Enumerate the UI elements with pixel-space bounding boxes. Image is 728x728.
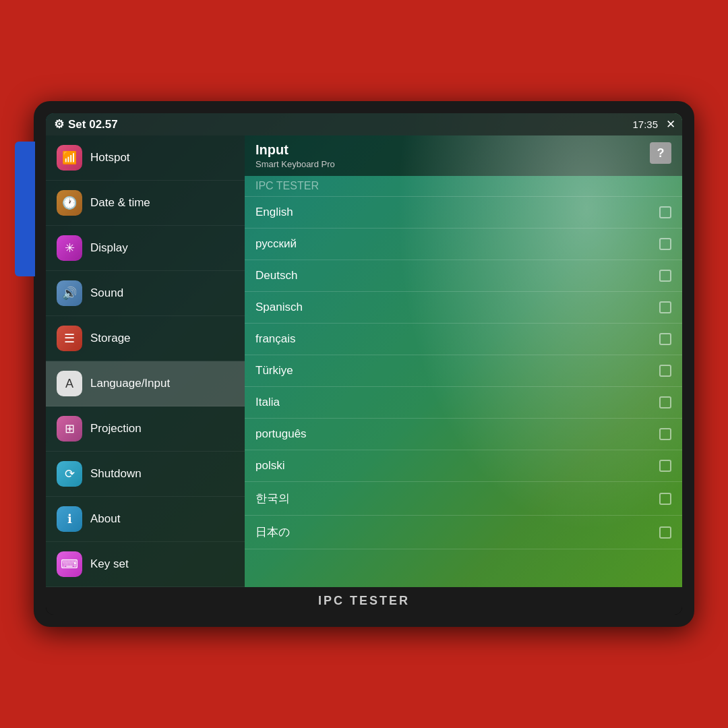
lang-checkbox[interactable]	[659, 526, 671, 539]
language-list: IPC TESTER EnglishрусскийDeutschSpanisch…	[245, 176, 682, 587]
lang-name: polski	[255, 459, 284, 473]
lang-item[interactable]: 日本の	[245, 516, 682, 549]
lang-checkbox[interactable]	[659, 206, 671, 218]
lang-item-partial: IPC TESTER	[245, 176, 682, 197]
lang-name: 日本の	[255, 524, 290, 540]
language-icon: A	[57, 371, 82, 396]
device-frame: ⚙ Set 02.57 17:35 ✕ 📶Hotspot🕐Date & time…	[34, 101, 694, 627]
hotspot-icon: 📶	[57, 145, 82, 171]
lang-name: русский	[255, 237, 297, 251]
sound-icon: 🔊	[57, 280, 82, 306]
lang-item[interactable]: English	[245, 197, 682, 229]
sidebar-item-datetime[interactable]: 🕐Date & time	[46, 181, 245, 226]
lang-name: Deutsch	[255, 269, 297, 282]
shutdown-icon: ⟳	[57, 461, 82, 487]
sidebar-item-sound[interactable]: 🔊Sound	[46, 271, 245, 316]
lang-item[interactable]: Türkiye	[245, 355, 682, 387]
blue-handle	[15, 142, 35, 276]
header-version: Set 02.57	[68, 118, 118, 131]
header-title: ⚙ Set 02.57	[54, 117, 118, 131]
panel-title: Input	[255, 142, 335, 158]
sidebar-label-display: Display	[90, 241, 128, 255]
storage-icon: ☰	[57, 326, 82, 351]
projection-icon: ⊞	[57, 416, 82, 442]
keyset-icon: ⌨	[57, 551, 82, 577]
sidebar-item-hotspot[interactable]: 📶Hotspot	[46, 135, 245, 181]
lang-name: português	[255, 427, 307, 441]
lang-name: English	[255, 206, 293, 219]
datetime-icon: 🕐	[57, 190, 82, 216]
lang-item[interactable]: Spanisch	[245, 292, 682, 324]
lang-name: Spanisch	[255, 301, 303, 314]
lang-name: Türkiye	[255, 364, 293, 377]
right-panel: Input Smart Keyboard Pro ? IPC TESTER En…	[245, 135, 682, 587]
sidebar: 📶Hotspot🕐Date & time✳Display🔊Sound☰Stora…	[46, 135, 245, 587]
sidebar-label-projection: Projection	[90, 422, 142, 435]
lang-name: Italia	[255, 396, 280, 409]
screen: ⚙ Set 02.57 17:35 ✕ 📶Hotspot🕐Date & time…	[46, 113, 682, 587]
panel-title-block: Input Smart Keyboard Pro	[255, 142, 335, 169]
main-area: 📶Hotspot🕐Date & time✳Display🔊Sound☰Stora…	[46, 135, 682, 587]
sidebar-label-datetime: Date & time	[90, 196, 150, 210]
lang-checkbox[interactable]	[659, 396, 671, 408]
lang-name: français	[255, 332, 296, 346]
display-icon: ✳	[57, 235, 82, 261]
sidebar-item-display[interactable]: ✳Display	[46, 226, 245, 271]
lang-checkbox[interactable]	[659, 460, 671, 472]
panel-subtitle: Smart Keyboard Pro	[255, 159, 335, 169]
sidebar-item-storage[interactable]: ☰Storage	[46, 316, 245, 361]
sidebar-item-projection[interactable]: ⊞Projection	[46, 406, 245, 452]
lang-item[interactable]: Italia	[245, 387, 682, 419]
sidebar-label-shutdown: Shutdown	[90, 467, 142, 481]
sidebar-item-about[interactable]: ℹAbout	[46, 497, 245, 542]
partial-text: IPC TESTER	[255, 180, 319, 192]
lang-item[interactable]: português	[245, 419, 682, 450]
lang-item[interactable]: русский	[245, 229, 682, 260]
sidebar-label-about: About	[90, 512, 120, 526]
header-time: 17:35	[632, 119, 658, 130]
sidebar-label-storage: Storage	[90, 332, 131, 345]
lang-item[interactable]: polski	[245, 450, 682, 482]
sidebar-item-language[interactable]: ALanguage/Input	[46, 361, 245, 406]
help-button[interactable]: ?	[650, 142, 671, 164]
lang-checkbox[interactable]	[659, 365, 671, 377]
sidebar-label-sound: Sound	[90, 286, 123, 300]
gear-icon: ⚙	[54, 117, 64, 131]
sidebar-label-language: Language/Input	[90, 377, 170, 390]
lang-checkbox[interactable]	[659, 270, 671, 282]
lang-checkbox[interactable]	[659, 333, 671, 345]
sidebar-item-keyset[interactable]: ⌨Key set	[46, 542, 245, 587]
sidebar-label-hotspot: Hotspot	[90, 151, 130, 164]
lang-checkbox[interactable]	[659, 493, 671, 505]
lang-checkbox[interactable]	[659, 301, 671, 313]
lang-item[interactable]: français	[245, 324, 682, 355]
about-icon: ℹ	[57, 506, 82, 532]
lang-checkbox[interactable]	[659, 428, 671, 440]
header-bar: ⚙ Set 02.57 17:35 ✕	[46, 113, 682, 135]
sidebar-item-shutdown[interactable]: ⟳Shutdown	[46, 452, 245, 497]
sidebar-label-keyset: Key set	[90, 557, 129, 571]
lang-item[interactable]: 한국의	[245, 482, 682, 516]
device-label: IPC TESTER	[46, 587, 682, 615]
close-button[interactable]: ✕	[666, 117, 675, 131]
lang-checkbox[interactable]	[659, 238, 671, 250]
lang-item[interactable]: Deutsch	[245, 260, 682, 292]
lang-name: 한국의	[255, 491, 290, 506]
panel-header: Input Smart Keyboard Pro ?	[245, 135, 682, 176]
